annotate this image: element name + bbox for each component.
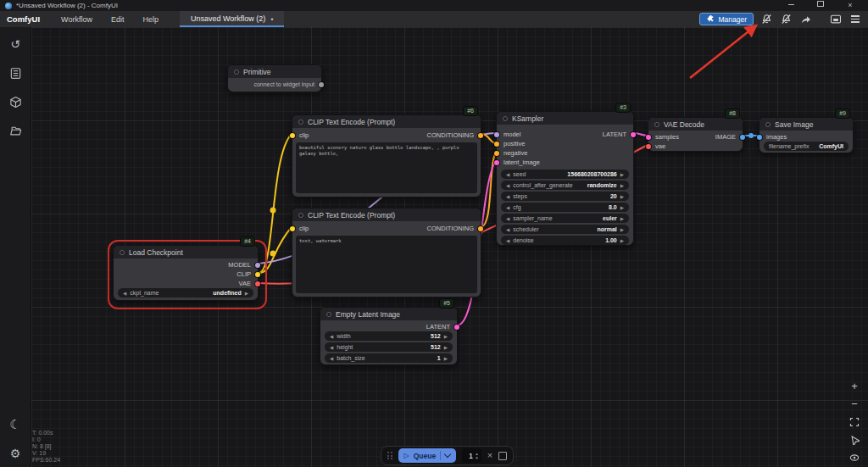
port-latent-output[interactable] [454,325,459,330]
widget-prev-icon[interactable]: ◀ [506,216,509,221]
widget-steps[interactable]: ◀ steps 20 ▶ [501,192,629,201]
widget-prev-icon[interactable]: ◀ [330,345,333,350]
widget-next-icon[interactable]: ▶ [444,334,448,339]
prompt-textarea[interactable]: beautiful scenery nature glass bottle la… [296,142,477,193]
menu-help[interactable]: Help [133,15,168,24]
collapse-dot-icon[interactable] [120,250,125,255]
node-library-button[interactable] [8,66,22,80]
widget-prev-icon[interactable]: ◀ [506,238,509,243]
widget-width[interactable]: ◀ width 512 ▶ [325,331,453,341]
port-samples-input[interactable] [646,135,651,140]
node-vae-decode[interactable]: #8 VAE Decode samples IMAGE vae [648,117,743,152]
prompt-textarea[interactable]: text, watermark [296,236,477,293]
comfyui-logo[interactable]: ComfyUI [0,14,52,24]
chevron-down-icon[interactable] [444,451,451,458]
node-ksampler[interactable]: #3 KSampler model LATENT positive negati… [496,111,634,246]
toast-mute-button[interactable] [760,13,773,26]
widget-next-icon[interactable]: ▶ [620,172,624,177]
port-clip-input[interactable] [290,133,295,138]
port-clip-input[interactable] [290,226,295,231]
widget-next-icon[interactable]: ▶ [620,238,624,243]
collapse-dot-icon[interactable] [765,122,771,127]
node-header[interactable]: CLIP Text Encode (Prompt) [292,115,481,128]
menu-edit[interactable]: Edit [102,15,134,24]
widget-sampler-name[interactable]: ◀ sampler_name euler ▶ [501,214,629,223]
share-button[interactable] [798,13,812,26]
zoom-out-button[interactable]: − [849,398,860,409]
maximize-button[interactable] [808,0,833,11]
port-conditioning-output[interactable] [478,133,483,138]
widget-cfg[interactable]: ◀ cfg 8.0 ▶ [501,203,629,212]
port-image-output[interactable] [740,135,745,140]
widget-height[interactable]: ◀ height 512 ▶ [325,342,453,352]
widget-control-after-generate[interactable]: ◀ control_after_generate randomize ▶ [501,181,629,190]
node-primitive-header[interactable]: Primitive [228,65,321,78]
toggle-link-visibility-button[interactable] [849,452,860,463]
node-header[interactable]: Save Image [760,118,853,131]
node-clip-text-encode-positive[interactable]: #6 CLIP Text Encode (Prompt) clip CONDIT… [292,114,481,197]
widget-prev-icon[interactable]: ◀ [330,356,333,361]
select-mode-button[interactable] [849,434,860,445]
node-header[interactable]: KSampler [497,112,633,125]
widget-scheduler[interactable]: ◀ scheduler normal ▶ [501,225,629,234]
widget-prev-icon[interactable]: ◀ [506,183,509,188]
widget-prev-icon[interactable]: ◀ [506,227,509,232]
minimize-button[interactable] [778,0,804,11]
port-conditioning-output[interactable] [478,226,483,231]
node-header[interactable]: CLIP Text Encode (Prompt) [292,208,481,221]
port-positive-input[interactable] [494,142,499,147]
queue-history-button[interactable]: ↺ [8,37,22,51]
widget-next-icon[interactable]: ▶ [620,194,624,199]
node-header[interactable]: Load Checkpoint [114,246,258,259]
port-images-input[interactable] [757,135,762,140]
zoom-in-button[interactable]: + [849,381,860,392]
widget-prev-icon[interactable]: ◀ [506,172,509,177]
node-empty-latent-image[interactable]: #5 Empty Latent Image LATENT ◀ width 512… [320,307,458,365]
node-header[interactable]: Empty Latent Image [320,308,457,320]
widget-next-icon[interactable]: ▶ [620,216,624,221]
close-button[interactable]: × [837,0,863,11]
widget-prev-icon[interactable]: ◀ [330,334,333,339]
port-clip-output[interactable] [255,272,260,277]
widget-batch-size[interactable]: ◀ batch_size 1 ▶ [325,353,453,363]
widget-next-icon[interactable]: ▶ [620,227,624,232]
widget-next-icon[interactable]: ▶ [444,356,448,361]
node-header[interactable]: VAE Decode [648,118,743,131]
collapse-dot-icon[interactable] [234,69,239,75]
collapse-dot-icon[interactable] [654,122,659,127]
batch-count-input[interactable]: 1 ▴ ▾ [462,448,481,463]
widget-prev-icon[interactable]: ◀ [506,194,509,199]
drag-handle[interactable] [387,452,392,459]
widget-prev-icon[interactable]: ◀ [506,205,509,210]
theme-toggle-button[interactable]: ☾ [8,418,22,431]
model-library-button[interactable] [8,95,22,108]
spinner-down-icon[interactable]: ▾ [476,456,478,460]
node-load-checkpoint[interactable]: #4 Load Checkpoint MODEL CLIP VAE ◀ ckpt… [113,245,259,301]
port-model-output[interactable] [255,263,260,268]
settings-button[interactable]: ⚙ [8,447,22,460]
port-negative-input[interactable] [494,151,499,156]
port-model-input[interactable] [494,132,499,137]
widget-prev-icon[interactable]: ◀ [123,291,126,296]
widget-next-icon[interactable]: ▶ [245,291,248,296]
widget-filename-prefix[interactable]: filename_prefix ComfyUI [764,142,849,151]
node-primitive[interactable]: Primitive connect to widget input [227,64,322,92]
port-vae-input[interactable] [646,144,651,149]
workflows-button[interactable] [8,124,22,137]
widget-ckpt-name[interactable]: ◀ ckpt_name undefined ▶ [118,288,253,297]
port-latent-output[interactable] [631,132,636,137]
node-save-image[interactable]: #9 Save Image images filename_prefix Com… [759,117,854,153]
manager-button[interactable]: Manager [699,13,754,25]
clear-queue-button[interactable]: × [487,451,492,460]
collapse-dot-icon[interactable] [298,120,303,125]
port-vae-output[interactable] [255,281,260,286]
node-clip-text-encode-negative[interactable]: CLIP Text Encode (Prompt) clip CONDITION… [292,208,481,297]
count-spinner[interactable]: ▴ ▾ [476,452,478,459]
port-latent-image-input[interactable] [494,160,499,165]
menu-workflow[interactable]: Workflow [52,15,102,24]
fit-view-button[interactable] [849,416,860,427]
panel-toggle-button[interactable] [829,13,843,26]
collapse-dot-icon[interactable] [326,312,331,317]
queue-button[interactable]: ▷ Queue [398,448,457,463]
port-primitive-output[interactable] [319,82,324,87]
